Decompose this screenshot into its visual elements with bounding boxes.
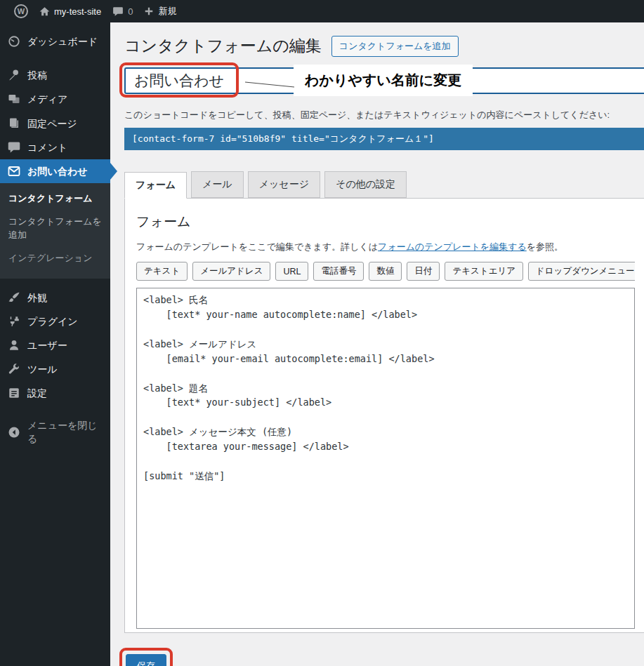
sidebar-item-appearance[interactable]: 外観 [0,286,110,309]
site-name-link[interactable]: my-test-site [34,0,107,22]
tag-button-url[interactable]: URL [275,262,308,281]
pages-icon [7,117,21,130]
sidebar-item-settings[interactable]: 設定 [0,381,110,405]
sidebar-item-posts[interactable]: 投稿 [0,63,110,87]
submenu-item-integration[interactable]: インテグレーション [0,247,110,270]
save-button[interactable]: 保存 [126,654,166,666]
submenu-item-add-contact-form[interactable]: コンタクトフォームを追加 [0,211,110,247]
sidebar-label: コメント [27,141,67,154]
page-header: コンタクトフォームの編集 コンタクトフォームを追加 [110,22,644,57]
tag-button-textarea[interactable]: テキストエリア [445,262,523,281]
tag-button-text[interactable]: テキスト [136,262,188,281]
edit-form-template-link[interactable]: フォームのテンプレートを編集する [378,241,527,252]
sidebar-label: 設定 [27,387,47,399]
tab-mail[interactable]: メール [191,171,244,198]
tab-additional-settings[interactable]: その他の設定 [324,171,407,198]
save-row: 保存 [119,648,644,666]
settings-icon [7,387,21,399]
tag-button-tel[interactable]: 電話番号 [313,262,364,281]
form-template-textarea[interactable]: <label> 氏名 [text* your-name autocomplete… [136,288,635,629]
comments-icon [7,141,21,154]
home-icon [39,6,50,17]
sidebar-item-dashboard[interactable]: ダッシュボード [0,29,110,53]
tag-generator-row: テキスト メールアドレス URL 電話番号 数値 日付 テキストエリア ドロップ… [136,262,635,281]
tab-form[interactable]: フォーム [124,172,187,199]
media-icon [7,93,21,105]
plus-icon [144,6,154,16]
panel-heading: フォーム [136,213,635,231]
tag-button-number[interactable]: 数値 [369,262,402,281]
wordpress-logo-menu[interactable]: W [8,0,34,22]
sidebar-item-contact[interactable]: お問い合わせ [0,159,110,183]
add-contact-form-button[interactable]: コンタクトフォームを追加 [331,36,459,57]
panel-description-text: フォームのテンプレートをここで編集できます。詳しくは [136,241,378,252]
shortcode-description: このショートコードをコピーして、投稿、固定ページ、またはテキストウィジェットの内… [124,109,644,121]
sidebar-label: お問い合わせ [27,165,87,178]
sidebar-label: ツール [27,363,58,375]
plugins-icon [7,315,21,328]
new-label: 新規 [158,5,176,18]
collapse-arrow-icon [7,426,21,439]
site-name-label: my-test-site [54,6,101,17]
panel-description: フォームのテンプレートをここで編集できます。詳しくはフォームのテンプレートを編集… [136,241,635,253]
page-title: コンタクトフォームの編集 [124,35,322,57]
appearance-icon [7,291,21,304]
sidebar-item-plugins[interactable]: プラグイン [0,309,110,333]
admin-bar: W my-test-site 0 新規 [0,0,644,22]
sidebar-label: 固定ページ [27,117,77,130]
tab-messages[interactable]: メッセージ [248,171,320,198]
annotation-box-save: 保存 [119,648,173,666]
sidebar-label: 投稿 [27,69,47,81]
posts-icon [7,69,21,81]
collapse-label: メニューを閉じる [27,419,103,444]
sidebar-label: 外観 [27,291,47,304]
form-title-row: わかりやすい名前に変更 [124,67,644,95]
wordpress-logo-icon: W [14,4,28,18]
panel-description-suffix: を参照。 [527,241,563,252]
form-panel: フォーム フォームのテンプレートをここで編集できます。詳しくはフォームのテンプレ… [124,198,644,633]
sidebar-label: ユーザー [27,339,67,352]
sidebar-item-tools[interactable]: ツール [0,357,110,381]
main-content: コンタクトフォームの編集 コンタクトフォームを追加 わかりやすい名前に変更 この… [110,22,644,666]
admin-sidebar: ダッシュボード 投稿 メディア 固定ページ コメント [0,22,110,666]
tag-button-email[interactable]: メールアドレス [192,262,270,281]
tag-button-dropdown[interactable]: ドロップダウンメニュー [528,262,635,281]
users-icon [7,339,21,352]
sidebar-item-pages[interactable]: 固定ページ [0,112,110,135]
submenu-item-contact-forms[interactable]: コンタクトフォーム [0,187,110,211]
tools-icon [7,363,21,375]
shortcode-value[interactable]: [contact-form-7 id="510b8f9" title="コンタク… [124,128,644,150]
comment-count: 0 [128,6,133,17]
editor-tabs: フォーム メール メッセージ その他の設定 [124,171,644,198]
new-content-link[interactable]: 新規 [138,0,182,22]
annotation-callout-label: わかりやすい名前に変更 [294,65,473,96]
sidebar-label: メディア [27,93,67,105]
mail-icon [7,165,21,178]
sidebar-label: ダッシュボード [27,35,98,48]
contact-submenu: コンタクトフォーム コンタクトフォームを追加 インテグレーション [0,183,110,278]
dashboard-icon [7,35,21,48]
sidebar-label: プラグイン [27,315,78,328]
comments-admin-link[interactable]: 0 [107,0,138,22]
tag-button-date[interactable]: 日付 [407,262,440,281]
sidebar-item-comments[interactable]: コメント [0,135,110,159]
collapse-menu-button[interactable]: メニューを閉じる [0,413,110,450]
comment-bubble-icon [112,6,124,17]
sidebar-item-media[interactable]: メディア [0,87,110,111]
sidebar-item-users[interactable]: ユーザー [0,333,110,357]
